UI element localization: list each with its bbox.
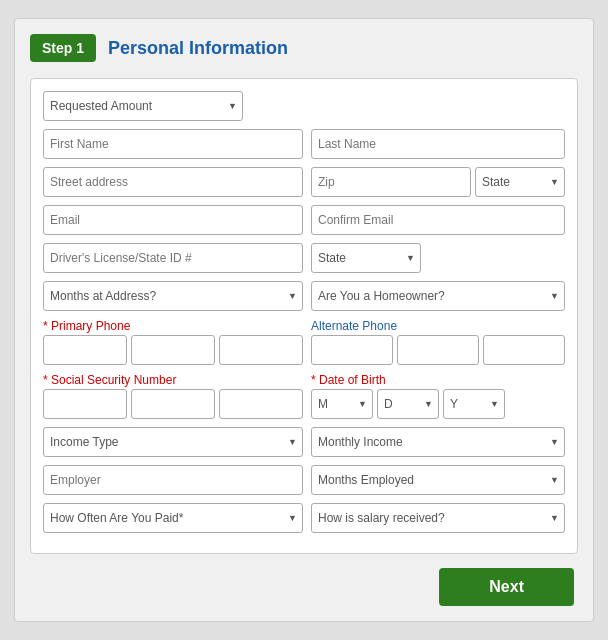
ssn-2[interactable] bbox=[131, 389, 215, 419]
homeowner-select[interactable]: Are You a Homeowner? bbox=[311, 281, 565, 311]
drivers-license-input[interactable] bbox=[43, 243, 303, 273]
months-address-select-wrapper: Months at Address? bbox=[43, 281, 303, 311]
email-input[interactable] bbox=[43, 205, 303, 235]
alternate-phone-3[interactable] bbox=[483, 335, 565, 365]
ssn-1[interactable] bbox=[43, 389, 127, 419]
email-row bbox=[43, 205, 565, 235]
dob-group: M D Y bbox=[311, 389, 565, 419]
ssn-3[interactable] bbox=[219, 389, 303, 419]
primary-phone-label: * Primary Phone bbox=[43, 319, 130, 333]
salary-received-select[interactable]: How is salary received? bbox=[311, 503, 565, 533]
pay-frequency-select[interactable]: How Often Are You Paid* bbox=[43, 503, 303, 533]
monthly-income-select-wrapper: Monthly Income bbox=[311, 427, 565, 457]
months-employed-select[interactable]: Months Employed bbox=[311, 465, 565, 495]
phone-labels-row: * Primary Phone Alternate Phone bbox=[43, 319, 565, 333]
primary-phone-1[interactable] bbox=[43, 335, 127, 365]
ssn-label: * Social Security Number bbox=[43, 373, 176, 387]
employer-row: Months Employed bbox=[43, 465, 565, 495]
monthly-income-select[interactable]: Monthly Income bbox=[311, 427, 565, 457]
zip-input[interactable] bbox=[311, 167, 471, 197]
dob-year-wrapper: Y bbox=[443, 389, 505, 419]
primary-phone-group bbox=[43, 335, 303, 365]
income-type-select-wrapper: Income Type bbox=[43, 427, 303, 457]
form-header: Step 1 Personal Information bbox=[30, 34, 578, 62]
address-row: State bbox=[43, 167, 565, 197]
dob-year-select[interactable]: Y bbox=[443, 389, 505, 419]
months-address-select[interactable]: Months at Address? bbox=[43, 281, 303, 311]
requested-amount-select[interactable]: Requested Amount bbox=[43, 91, 243, 121]
phone-row bbox=[43, 335, 565, 365]
street-address-input[interactable] bbox=[43, 167, 303, 197]
name-row bbox=[43, 129, 565, 159]
income-type-select[interactable]: Income Type bbox=[43, 427, 303, 457]
months-employed-select-wrapper: Months Employed bbox=[311, 465, 565, 495]
confirm-email-input[interactable] bbox=[311, 205, 565, 235]
pay-frequency-select-wrapper: How Often Are You Paid* bbox=[43, 503, 303, 533]
pay-frequency-row: How Often Are You Paid* How is salary re… bbox=[43, 503, 565, 533]
license-state-select[interactable]: State bbox=[311, 243, 421, 273]
requested-amount-select-wrapper: Requested Amount bbox=[43, 91, 243, 121]
next-button[interactable]: Next bbox=[439, 568, 574, 606]
first-name-input[interactable] bbox=[43, 129, 303, 159]
ssn-group bbox=[43, 389, 303, 419]
dob-day-wrapper: D bbox=[377, 389, 439, 419]
alternate-phone-group bbox=[311, 335, 565, 365]
license-state-select-wrapper: State bbox=[311, 243, 421, 273]
form-area: Requested Amount bbox=[30, 78, 578, 554]
homeowner-select-wrapper: Are You a Homeowner? bbox=[311, 281, 565, 311]
next-row: Next bbox=[30, 568, 578, 606]
income-row: Income Type Monthly Income bbox=[43, 427, 565, 457]
ssn-dob-row: M D Y bbox=[43, 389, 565, 419]
license-row: State bbox=[43, 243, 565, 273]
dob-month-wrapper: M bbox=[311, 389, 373, 419]
zip-state-group: State bbox=[311, 167, 565, 197]
ssn-dob-labels-row: * Social Security Number * Date of Birth bbox=[43, 373, 565, 387]
dob-day-select[interactable]: D bbox=[377, 389, 439, 419]
step-badge: Step 1 bbox=[30, 34, 96, 62]
alternate-phone-label: Alternate Phone bbox=[311, 319, 397, 333]
primary-phone-3[interactable] bbox=[219, 335, 303, 365]
page-title: Personal Information bbox=[108, 38, 288, 59]
employer-input[interactable] bbox=[43, 465, 303, 495]
salary-received-select-wrapper: How is salary received? bbox=[311, 503, 565, 533]
requested-amount-row: Requested Amount bbox=[43, 91, 565, 121]
dob-month-select[interactable]: M bbox=[311, 389, 373, 419]
state-select[interactable]: State bbox=[475, 167, 565, 197]
dob-label: * Date of Birth bbox=[311, 373, 386, 387]
alternate-phone-1[interactable] bbox=[311, 335, 393, 365]
alternate-phone-2[interactable] bbox=[397, 335, 479, 365]
primary-phone-2[interactable] bbox=[131, 335, 215, 365]
address-homeowner-row: Months at Address? Are You a Homeowner? bbox=[43, 281, 565, 311]
state-select-wrapper: State bbox=[475, 167, 565, 197]
last-name-input[interactable] bbox=[311, 129, 565, 159]
